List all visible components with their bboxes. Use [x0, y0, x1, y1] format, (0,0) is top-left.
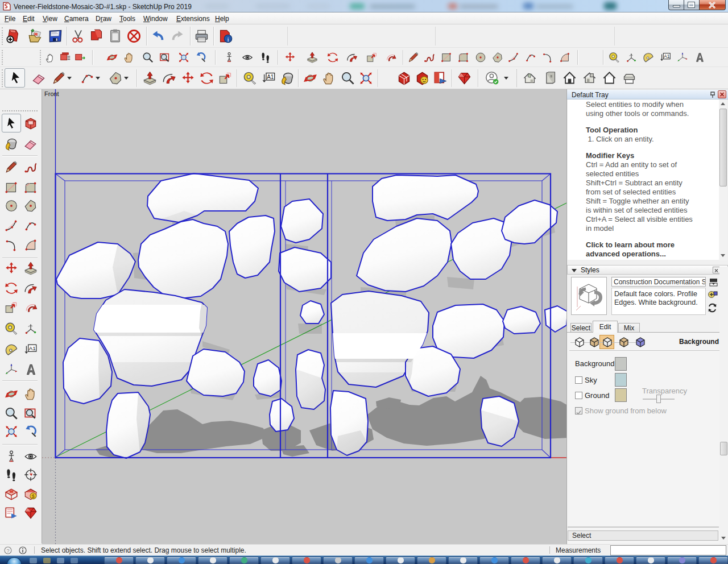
svg-text:?: ? [6, 548, 9, 554]
svg-text:Front: Front [44, 90, 59, 97]
